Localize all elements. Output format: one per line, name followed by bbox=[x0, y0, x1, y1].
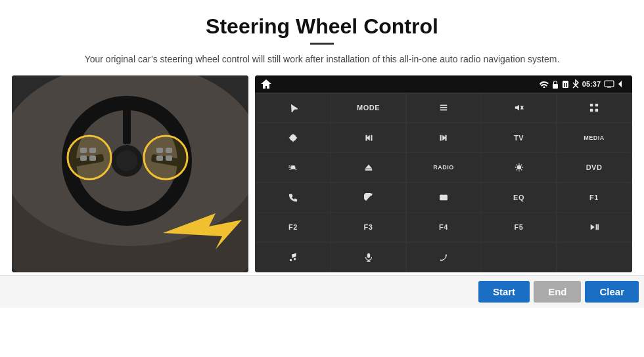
status-bar: 05:37 bbox=[255, 75, 632, 93]
svg-rect-4 bbox=[123, 108, 131, 144]
grid-btn-3-0[interactable] bbox=[256, 183, 331, 212]
clear-button[interactable]: Clear bbox=[585, 281, 639, 303]
grid-btn-1-3[interactable]: TV bbox=[482, 123, 556, 152]
svg-rect-12 bbox=[80, 156, 87, 161]
svg-rect-22 bbox=[564, 83, 565, 85]
page-container: Steering Wheel Control Your original car… bbox=[0, 14, 644, 308]
svg-rect-20 bbox=[553, 84, 558, 89]
svg-line-61 bbox=[516, 169, 517, 170]
svg-rect-16 bbox=[166, 148, 172, 153]
subtitle: Your original car’s steering wheel contr… bbox=[0, 52, 644, 66]
grid-btn-2-2[interactable]: RADIO bbox=[407, 153, 481, 182]
grid-btn-2-3[interactable] bbox=[482, 153, 556, 182]
steering-wheel-image bbox=[12, 75, 248, 272]
grid-btn-5-0[interactable] bbox=[256, 243, 331, 272]
svg-rect-28 bbox=[440, 108, 448, 109]
svg-rect-11 bbox=[89, 148, 96, 153]
svg-rect-29 bbox=[440, 110, 448, 111]
grid-btn-0-1[interactable]: MODE bbox=[331, 94, 405, 123]
svg-point-53 bbox=[517, 166, 520, 169]
svg-rect-25 bbox=[566, 85, 567, 87]
grid-btn-5-3 bbox=[482, 243, 556, 272]
svg-rect-10 bbox=[80, 148, 87, 153]
svg-rect-21 bbox=[563, 81, 568, 88]
svg-rect-27 bbox=[440, 105, 448, 106]
grid-btn-1-2[interactable] bbox=[407, 123, 481, 152]
svg-rect-13 bbox=[89, 156, 96, 161]
grid-btn-4-2[interactable]: F4 bbox=[407, 213, 481, 242]
grid-btn-1-0[interactable] bbox=[256, 123, 331, 152]
svg-marker-65 bbox=[591, 224, 595, 230]
grid-btn-3-2[interactable] bbox=[407, 183, 481, 212]
content-area: 05:37 MODETVMEDIA360RADIODVDEQF1F2F3F4F5 bbox=[0, 75, 644, 272]
grid-btn-2-1[interactable] bbox=[331, 153, 405, 182]
svg-point-8 bbox=[116, 150, 137, 171]
action-bar: Start End Clear bbox=[0, 275, 644, 308]
svg-rect-26 bbox=[605, 81, 614, 87]
grid-btn-2-0[interactable]: 360 bbox=[256, 153, 331, 182]
svg-rect-34 bbox=[590, 109, 593, 112]
grid-btn-4-4[interactable] bbox=[557, 213, 632, 242]
grid-btn-1-1[interactable] bbox=[331, 123, 405, 152]
page-title: Steering Wheel Control bbox=[0, 14, 644, 39]
svg-rect-68 bbox=[367, 253, 369, 257]
grid-btn-5-2[interactable] bbox=[407, 243, 481, 272]
status-left bbox=[260, 79, 272, 89]
svg-rect-35 bbox=[595, 109, 598, 112]
svg-rect-50 bbox=[292, 165, 294, 167]
svg-rect-67 bbox=[597, 224, 599, 230]
svg-line-59 bbox=[521, 169, 522, 170]
svg-rect-66 bbox=[596, 224, 597, 230]
svg-line-58 bbox=[516, 165, 517, 165]
grid-btn-3-4[interactable]: F1 bbox=[557, 183, 632, 212]
grid-btn-1-4[interactable]: MEDIA bbox=[557, 123, 632, 152]
svg-rect-18 bbox=[166, 156, 172, 161]
grid-btn-4-0[interactable]: F2 bbox=[256, 213, 331, 242]
grid-btn-3-3[interactable]: EQ bbox=[482, 183, 556, 212]
grid-btn-4-1[interactable]: F3 bbox=[331, 213, 405, 242]
radio-panel: 05:37 MODETVMEDIA360RADIODVDEQF1F2F3F4F5 bbox=[255, 75, 632, 272]
status-time: 05:37 bbox=[582, 80, 601, 88]
grid-btn-0-3[interactable] bbox=[482, 94, 556, 123]
start-button[interactable]: Start bbox=[478, 281, 530, 303]
svg-rect-33 bbox=[595, 104, 598, 106]
svg-rect-32 bbox=[590, 104, 593, 106]
svg-marker-51 bbox=[365, 165, 372, 169]
svg-line-60 bbox=[521, 165, 522, 165]
svg-rect-23 bbox=[566, 83, 567, 85]
grid-btn-3-1[interactable] bbox=[331, 183, 405, 212]
grid-btn-0-2[interactable] bbox=[407, 94, 481, 123]
svg-rect-24 bbox=[564, 85, 565, 87]
status-right: 05:37 bbox=[540, 79, 627, 89]
title-divider bbox=[310, 43, 334, 45]
svg-rect-52 bbox=[365, 169, 372, 171]
grid-btn-4-3[interactable]: F5 bbox=[482, 213, 556, 242]
grid-btn-2-4[interactable]: DVD bbox=[557, 153, 632, 182]
svg-rect-62 bbox=[440, 195, 448, 200]
svg-rect-15 bbox=[156, 148, 163, 153]
svg-point-37 bbox=[292, 136, 294, 139]
grid-btn-5-4 bbox=[557, 243, 632, 272]
home-icon bbox=[260, 79, 272, 89]
end-button[interactable]: End bbox=[534, 281, 581, 303]
grid-btn-0-0[interactable] bbox=[256, 94, 331, 123]
grid-btn-5-1[interactable] bbox=[331, 243, 405, 272]
grid-btn-0-4[interactable] bbox=[557, 94, 632, 123]
button-grid: MODETVMEDIA360RADIODVDEQF1F2F3F4F5 bbox=[255, 93, 632, 272]
svg-rect-17 bbox=[156, 156, 163, 161]
